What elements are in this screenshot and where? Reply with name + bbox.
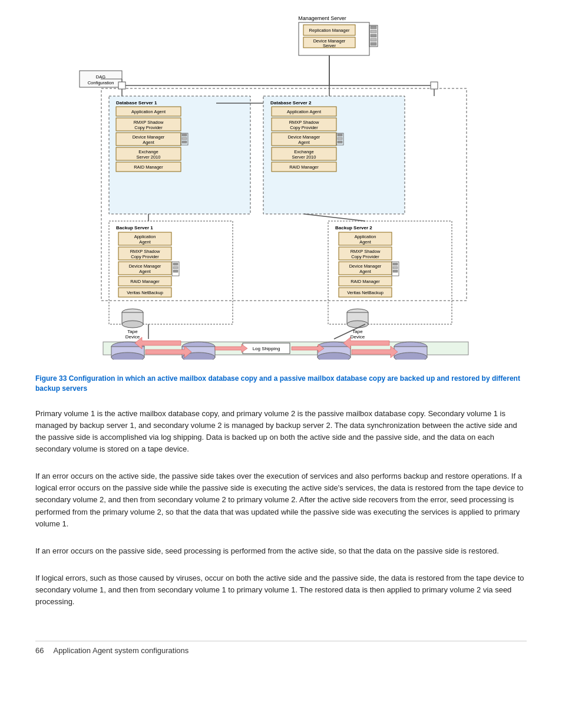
svg-text:Exchange: Exchange [294, 149, 313, 154]
svg-rect-7 [371, 38, 376, 41]
svg-text:Server 2010: Server 2010 [137, 154, 161, 160]
paragraph-3: If an error occurs on the passive side, … [35, 545, 527, 557]
svg-rect-124 [118, 82, 125, 89]
db2-app-agent: Application Agent [287, 109, 322, 114]
svg-rect-8 [371, 42, 376, 45]
db-server-1-label: Database Server 1 [116, 100, 157, 106]
svg-rect-38 [338, 134, 342, 136]
svg-text:Copy Provider: Copy Provider [290, 125, 318, 130]
page-number: 66 [35, 646, 44, 655]
figure-caption: Figure 33 Configuration in which an acti… [35, 374, 527, 394]
svg-point-101 [318, 353, 351, 360]
svg-text:Device Manager: Device Manager [349, 263, 382, 269]
svg-point-105 [394, 353, 427, 360]
tape-device-1-label: Tape [127, 329, 138, 334]
svg-text:RAID Manager: RAID Manager [351, 279, 380, 284]
svg-rect-58 [173, 266, 178, 269]
page-footer: 66 Application Agent system configuratio… [35, 641, 527, 655]
svg-rect-4 [371, 26, 376, 29]
svg-point-94 [111, 353, 144, 360]
svg-rect-22 [182, 137, 187, 140]
svg-text:Server: Server [323, 43, 336, 48]
svg-rect-57 [173, 263, 178, 265]
svg-text:Agent: Agent [359, 239, 372, 245]
db1-app-agent: Application Agent [131, 109, 166, 114]
svg-text:RMXP Shadow: RMXP Shadow [130, 249, 160, 254]
svg-rect-40 [338, 141, 342, 143]
svg-rect-125 [431, 82, 438, 89]
svg-text:Veritas NetBackup: Veritas NetBackup [347, 290, 384, 295]
mgmt-server-label: Management Server [298, 15, 346, 21]
page-content: Management Server Replication Manager De… [35, 12, 527, 655]
svg-text:RAID Manager: RAID Manager [134, 164, 163, 170]
svg-rect-23 [182, 141, 187, 143]
paragraph-1: Primary volume 1 is the active mailbox d… [35, 408, 527, 456]
svg-line-117 [304, 214, 365, 221]
architecture-diagram: Management Server Replication Manager De… [69, 12, 493, 360]
diagram-wrapper: Management Server Replication Manager De… [35, 12, 527, 360]
svg-text:Device Manager: Device Manager [133, 134, 165, 140]
svg-text:Agent: Agent [139, 269, 151, 274]
svg-rect-39 [338, 137, 342, 140]
backup-server-1-label: Backup Server 1 [116, 225, 153, 230]
svg-rect-6 [371, 34, 376, 37]
svg-text:Copy Provider: Copy Provider [134, 125, 163, 130]
backup-server-2-label: Backup Server 2 [335, 225, 372, 230]
paragraph-2: If an error occurs on the active side, t… [35, 470, 527, 530]
svg-text:Copy Provider: Copy Provider [351, 254, 379, 259]
svg-text:RMXP Shadow: RMXP Shadow [289, 120, 319, 125]
svg-text:Device Manager: Device Manager [129, 263, 161, 269]
svg-text:RMXP Shadow: RMXP Shadow [351, 249, 381, 254]
svg-text:Agent: Agent [359, 269, 372, 274]
svg-rect-21 [182, 134, 187, 136]
db-server-2-label: Database Server 2 [270, 100, 312, 106]
svg-text:Copy Provider: Copy Provider [131, 254, 159, 259]
svg-text:RAID Manager: RAID Manager [130, 279, 160, 284]
svg-text:Server 2010: Server 2010 [292, 154, 316, 160]
svg-rect-79 [393, 263, 398, 265]
svg-text:Device Manager: Device Manager [288, 134, 320, 140]
footer-title: Application Agent system configurations [53, 646, 189, 655]
svg-text:Exchange: Exchange [138, 149, 158, 154]
svg-text:Configuration: Configuration [88, 80, 114, 85]
log-shipping-label: Log Shipping [253, 346, 280, 351]
svg-text:Veritas NetBackup: Veritas NetBackup [127, 290, 163, 295]
paragraph-4: If logical errors, such as those caused … [35, 572, 527, 608]
svg-text:Device: Device [351, 334, 365, 340]
svg-point-67 [122, 321, 143, 328]
replication-manager-label: Replication Manager [309, 28, 350, 33]
svg-rect-59 [173, 270, 178, 272]
svg-text:Agent: Agent [298, 140, 310, 145]
svg-rect-81 [393, 270, 398, 272]
svg-text:Agent: Agent [143, 140, 155, 145]
svg-rect-5 [371, 30, 376, 33]
svg-rect-80 [393, 266, 398, 269]
svg-text:RMXP Shadow: RMXP Shadow [134, 120, 164, 125]
svg-text:RAID Manager: RAID Manager [289, 164, 319, 170]
svg-text:Application: Application [355, 234, 376, 239]
svg-text:Application: Application [134, 234, 156, 239]
svg-text:Agent: Agent [139, 239, 151, 245]
svg-text:Device: Device [125, 334, 140, 340]
